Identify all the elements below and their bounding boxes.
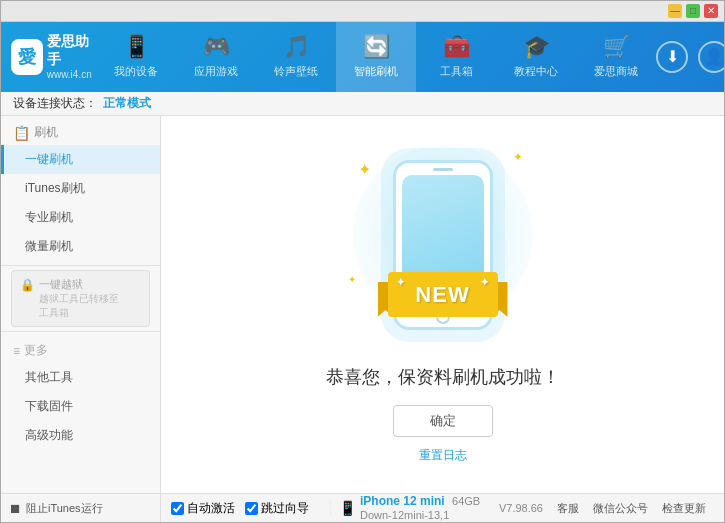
status-bar: 设备连接状态： 正常模式 [1,92,724,116]
more-section-title: 更多 [24,342,48,359]
apps-icon: 🎮 [203,34,230,60]
auto-activate-input[interactable] [171,502,184,515]
restart-link[interactable]: 重置日志 [419,447,467,464]
wechat-link[interactable]: 微信公众号 [593,501,648,516]
sidebar-item-itunes-flash[interactable]: iTunes刷机 [1,174,160,203]
tutorial-icon: 🎓 [523,34,550,60]
top-nav: 愛 爱思助手 www.i4.cn 📱 我的设备 🎮 应用游戏 🎵 铃声壁纸 [1,22,724,92]
sparkle-2: ✦ [513,150,523,164]
stop-itunes-icon: ⏹ [9,501,22,516]
bottom-main-section: 自动激活 跳过向导 📱 iPhone 12 mini 64GB Down-12m… [161,494,724,522]
micro-flash-label: 微量刷机 [25,239,73,253]
skip-wizard-checkbox[interactable]: 跳过向导 [245,500,309,517]
device-phone-icon: 📱 [339,500,356,516]
sidebar-item-micro-flash[interactable]: 微量刷机 [1,232,160,261]
one-click-flash-label: 一键刷机 [25,152,73,166]
sparkle-3: ✦ [348,274,356,285]
sparkle-1: ✦ [358,160,371,179]
sidebar-section-more: ≡ 更多 [1,336,160,363]
skip-wizard-label: 跳过向导 [261,500,309,517]
nav-item-smart-flash[interactable]: 🔄 智能刷机 [336,22,416,92]
smart-flash-icon: 🔄 [363,34,390,60]
ribbon-main: ✦ NEW ✦ [388,272,498,317]
phone-speaker [433,168,453,171]
device-storage: 64GB [452,495,480,507]
logo-icon-text: 愛 [18,45,36,69]
check-update-link[interactable]: 检查更新 [662,501,706,516]
toolbox-icon: 🧰 [443,34,470,60]
logo-text: 爱思助手 www.i4.cn [47,32,96,81]
skip-wizard-input[interactable] [245,502,258,515]
logo-icon: 愛 [11,39,43,75]
nav-label-toolbox: 工具箱 [440,64,473,79]
minimize-button[interactable]: — [668,4,682,18]
lock-icon: 🔒 [20,278,35,292]
device-info: 📱 iPhone 12 mini 64GB Down-12mini-13,1 [331,494,499,522]
nav-item-my-device[interactable]: 📱 我的设备 [96,22,176,92]
ringtones-icon: 🎵 [283,34,310,60]
auto-activate-checkbox[interactable]: 自动激活 [171,500,235,517]
nav-label-tutorial: 教程中心 [514,64,558,79]
device-details: iPhone 12 mini 64GB Down-12mini-13,1 [360,494,480,522]
sidebar-item-one-click-flash[interactable]: 一键刷机 [1,145,160,174]
version-text: V7.98.66 [499,502,543,514]
more-section-icon: ≡ [13,344,20,358]
success-message: 恭喜您，保资料刷机成功啦！ [326,365,560,389]
flash-section-icon: 📋 [13,125,30,141]
shop-icon: 🛒 [603,34,630,60]
sidebar-item-pro-flash[interactable]: 专业刷机 [1,203,160,232]
nav-item-toolbox[interactable]: 🧰 工具箱 [416,22,496,92]
status-value: 正常模式 [103,95,151,112]
flash-section-title: 刷机 [34,124,58,141]
jailbreak-notice-text: 越狱工具已转移至工具箱 [39,292,119,320]
title-bar: — □ ✕ [1,1,724,22]
other-tools-label: 其他工具 [25,370,73,384]
version-section: V7.98.66 客服 微信公众号 检查更新 [499,501,714,516]
sidebar-item-advanced[interactable]: 高级功能 [1,421,160,450]
pro-flash-label: 专业刷机 [25,210,73,224]
maximize-button[interactable]: □ [686,4,700,18]
download-firmware-label: 下载固件 [25,399,73,413]
nav-label-my-device: 我的设备 [114,64,158,79]
stop-itunes-section[interactable]: ⏹ 阻止iTunes运行 [1,494,161,522]
sidebar-item-other-tools[interactable]: 其他工具 [1,363,160,392]
logo-main-text: 爱思助手 [47,32,96,68]
success-illustration: ✦ NEW ✦ ✦ ✦ ✦ [343,145,543,345]
confirm-button[interactable]: 确定 [393,405,493,437]
bottom-combined-bar: ⏹ 阻止iTunes运行 自动激活 跳过向导 📱 iPhone 12 m [1,493,724,522]
sidebar-section-flash: 📋 刷机 [1,116,160,145]
nav-right: ⬇ 👤 [656,41,725,73]
status-label: 设备连接状态： [13,95,97,112]
nav-item-ringtones[interactable]: 🎵 铃声壁纸 [256,22,336,92]
user-button[interactable]: 👤 [698,41,725,73]
close-button[interactable]: ✕ [704,4,718,18]
bottom-checkboxes: 自动激活 跳过向导 [171,500,331,517]
nav-item-tutorial[interactable]: 🎓 教程中心 [496,22,576,92]
nav-item-shop[interactable]: 🛒 爱思商城 [576,22,656,92]
device-name: iPhone 12 mini [360,494,445,508]
nav-item-apps-games[interactable]: 🎮 应用游戏 [176,22,256,92]
nav-items: 📱 我的设备 🎮 应用游戏 🎵 铃声壁纸 🔄 智能刷机 🧰 工具箱 🎓 [96,22,656,92]
new-badge-text: NEW [415,282,469,308]
nav-label-shop: 爱思商城 [594,64,638,79]
main-content: 📋 刷机 一键刷机 iTunes刷机 专业刷机 微量刷机 🔒 一键越狱 越狱工具… [1,116,724,493]
device-firmware: Down-12mini-13,1 [360,509,449,521]
itunes-flash-label: iTunes刷机 [25,181,85,195]
sidebar: 📋 刷机 一键刷机 iTunes刷机 专业刷机 微量刷机 🔒 一键越狱 越狱工具… [1,116,161,493]
center-area: ✦ NEW ✦ ✦ ✦ ✦ 恭喜您，保资料刷机成功啦！ 确定 重置日志 [161,116,724,493]
stop-itunes-label: 阻止iTunes运行 [26,501,103,516]
nav-label-smart-flash: 智能刷机 [354,64,398,79]
download-button[interactable]: ⬇ [656,41,688,73]
nav-label-apps-games: 应用游戏 [194,64,238,79]
sidebar-divider-1 [1,265,160,266]
jailbreak-title: 一键越狱 [39,277,119,292]
nav-label-ringtones: 铃声壁纸 [274,64,318,79]
device-icon: 📱 [123,34,150,60]
sidebar-item-download-firmware[interactable]: 下载固件 [1,392,160,421]
auto-activate-label: 自动激活 [187,500,235,517]
sidebar-divider-2 [1,331,160,332]
logo-area: 愛 爱思助手 www.i4.cn [11,32,96,81]
support-link[interactable]: 客服 [557,501,579,516]
advanced-label: 高级功能 [25,428,73,442]
logo-sub-text: www.i4.cn [47,68,96,81]
